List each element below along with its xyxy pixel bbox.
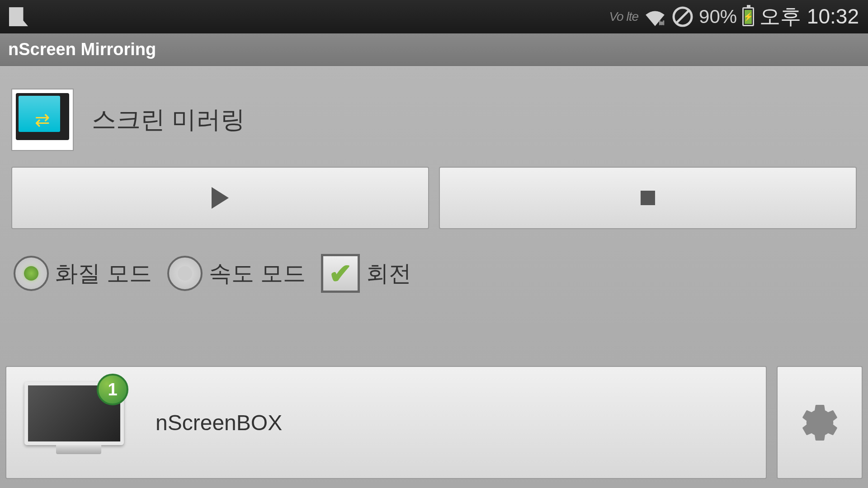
radio-dot-icon (178, 266, 192, 281)
monitor-icon: 1 (24, 382, 133, 463)
play-button[interactable] (11, 167, 429, 229)
app-title: nScreen Mirroring (8, 40, 860, 59)
quality-mode-radio[interactable] (14, 256, 49, 291)
device-name: nScreenBOX (156, 410, 282, 435)
volte-indicator: Vo lte (609, 9, 638, 24)
app-icon: ⇄ (11, 89, 74, 151)
rotation-label: 회전 (366, 258, 411, 289)
device-row: 1 nScreenBOX (5, 366, 863, 479)
control-buttons (11, 167, 857, 229)
device-card[interactable]: 1 nScreenBOX (5, 366, 767, 479)
check-icon: ✔ (329, 257, 352, 290)
status-bar: Vo lte 90% ⚡ 오후 10:32 (0, 0, 868, 33)
play-icon (212, 187, 229, 209)
quality-mode-label: 화질 모드 (55, 258, 152, 289)
rotation-checkbox[interactable]: ✔ (321, 254, 360, 293)
svg-line-2 (676, 10, 689, 23)
clock-time: 오후 10:32 (760, 3, 859, 31)
gear-icon (798, 401, 841, 444)
stop-button[interactable] (439, 167, 857, 229)
app-header: ⇄ 스크린 미러링 (11, 89, 857, 151)
battery-icon: ⚡ (742, 7, 754, 26)
options-row: 화질 모드 속도 모드 ✔ 회전 (11, 254, 857, 293)
settings-button[interactable] (777, 366, 863, 479)
status-right: Vo lte 90% ⚡ 오후 10:32 (609, 3, 859, 31)
speed-mode-radio[interactable] (167, 256, 203, 291)
main-content: ⇄ 스크린 미러링 화질 모드 속도 모드 ✔ 회전 (0, 66, 868, 315)
status-left (9, 7, 28, 26)
wifi-icon (644, 7, 666, 26)
speed-mode-label: 속도 모드 (209, 258, 306, 289)
stop-icon (641, 191, 655, 205)
section-title: 스크린 미러링 (92, 103, 245, 136)
document-icon (9, 7, 28, 26)
radio-dot-selected-icon (24, 266, 38, 281)
device-badge: 1 (97, 374, 128, 405)
blocked-icon (672, 6, 693, 28)
battery-percent: 90% (699, 6, 737, 28)
app-title-bar: nScreen Mirroring (0, 33, 868, 66)
